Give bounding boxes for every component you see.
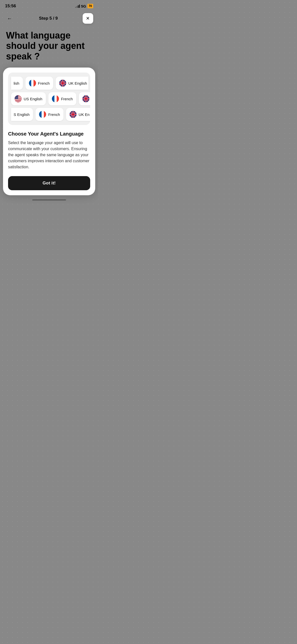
- signal-icon: [75, 4, 80, 8]
- language-label: S English: [14, 112, 29, 117]
- uk-flag-icon: [70, 111, 77, 118]
- list-item[interactable]: [79, 92, 90, 105]
- back-button[interactable]: ←: [5, 14, 14, 23]
- language-label: French: [48, 112, 60, 117]
- home-indicator: [32, 199, 66, 201]
- language-label: UK English: [68, 81, 87, 85]
- language-label: UK En: [79, 112, 89, 117]
- list-item[interactable]: lish: [11, 77, 23, 90]
- battery-indicator: 70: [87, 4, 93, 8]
- list-item[interactable]: UK English: [56, 77, 88, 90]
- status-time: 15:56: [5, 4, 16, 9]
- step-indicator: Step 5 / 9: [39, 16, 58, 21]
- close-icon: ✕: [86, 16, 90, 21]
- list-item[interactable]: French: [36, 108, 63, 121]
- uk-flag-icon: [59, 80, 66, 87]
- list-item[interactable]: US English: [11, 92, 46, 105]
- modal-title: Choose Your Agent's Language: [8, 131, 90, 137]
- french-flag-icon: [29, 80, 36, 87]
- modal-description: Select the language your agent will use …: [8, 140, 90, 170]
- got-it-button[interactable]: Got it!: [8, 176, 90, 190]
- modal-card: lish French: [3, 68, 95, 195]
- language-grid: lish French: [8, 73, 90, 125]
- list-item[interactable]: UK En: [66, 108, 90, 121]
- us-flag-icon: [15, 95, 22, 102]
- uk-flag-icon: [82, 95, 89, 102]
- nav-bar: ← Step 5 / 9 ✕: [0, 11, 98, 26]
- close-button[interactable]: ✕: [83, 13, 93, 24]
- list-item[interactable]: S English: [11, 108, 33, 121]
- list-item[interactable]: French: [48, 92, 76, 105]
- language-label: lish: [14, 81, 19, 85]
- french-flag-icon: [39, 111, 46, 118]
- language-row-1: lish French: [11, 77, 87, 90]
- page-title-section: What language should your agent speak ?: [0, 26, 98, 68]
- language-label: US English: [24, 97, 42, 101]
- language-label: French: [61, 97, 73, 101]
- status-bar: 15:56 5G 70: [0, 0, 98, 11]
- language-row-3: S English French: [11, 108, 87, 121]
- list-item[interactable]: French: [25, 77, 53, 90]
- network-label: 5G: [81, 4, 86, 8]
- language-row-2: US English French: [11, 92, 87, 105]
- back-arrow-icon: ←: [7, 16, 12, 21]
- page-title: What language should your agent speak ?: [6, 30, 92, 61]
- status-right: 5G 70: [75, 4, 93, 8]
- language-label: French: [38, 81, 50, 85]
- french-flag-icon: [52, 95, 59, 102]
